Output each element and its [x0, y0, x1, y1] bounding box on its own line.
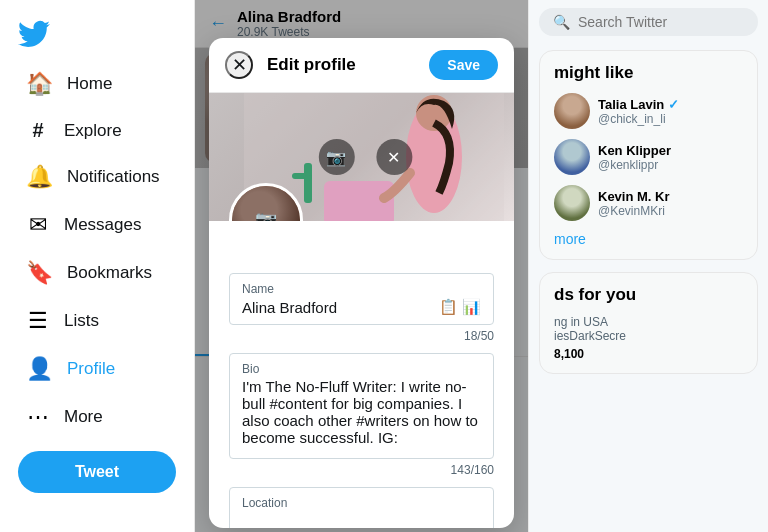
follow-suggestion-1: Talia Lavin ✓ @chick_in_li — [554, 93, 743, 129]
svg-rect-1 — [304, 163, 312, 203]
modal-header: ✕ Edit profile Save — [209, 38, 514, 93]
follow-handle-2: @kenklippr — [598, 158, 671, 172]
search-bar: 🔍 — [539, 8, 758, 36]
bell-icon: 🔔 — [26, 164, 53, 190]
bio-field-container: Bio I'm The No-Fluff Writer: I write no-… — [229, 353, 494, 459]
modal-avatar-overlay[interactable]: 📷 — [232, 186, 300, 221]
location-field-label: Location — [242, 496, 481, 510]
who-to-follow-title: might like — [554, 63, 743, 83]
ads-text: ng in USAiesDarkSecre — [554, 315, 743, 343]
sidebar-item-home[interactable]: 🏠 Home — [8, 61, 186, 107]
follow-avatar-1 — [554, 93, 590, 129]
follow-handle-1: @chick_in_li — [598, 112, 679, 126]
avatar-image-2 — [554, 139, 590, 175]
home-icon: 🏠 — [26, 71, 53, 97]
modal-save-button[interactable]: Save — [429, 50, 498, 80]
cover-camera-button[interactable]: 📷 — [318, 139, 354, 175]
modal-title: Edit profile — [267, 55, 415, 75]
sidebar-item-profile[interactable]: 👤 Profile — [8, 346, 186, 392]
ads-card: ds for you ng in USAiesDarkSecre 8,100 — [539, 272, 758, 374]
twitter-bird-icon — [18, 18, 50, 50]
search-icon: 🔍 — [553, 14, 570, 30]
sidebar-item-label: More — [64, 407, 103, 427]
modal-form: Name 📋 📊 18/50 Bio I'm The No-Fluff Writ… — [209, 221, 514, 528]
modal-cover-photo: 📷 ✕ 📷 — [209, 93, 514, 221]
name-field-icons: 📋 📊 — [439, 298, 481, 316]
person-icon: 👤 — [26, 356, 53, 382]
svg-rect-3 — [304, 175, 312, 181]
avatar-image-1 — [554, 93, 590, 129]
search-input[interactable] — [578, 14, 744, 30]
avatar-camera-icon: 📷 — [255, 209, 277, 221]
camera-icon: 📷 — [326, 148, 346, 167]
follow-name-1: Talia Lavin ✓ — [598, 97, 679, 112]
sidebar-item-label: Lists — [64, 311, 99, 331]
ads-count: 8,100 — [554, 347, 743, 361]
avatar-image-3 — [554, 185, 590, 221]
name-field-label: Name — [242, 282, 481, 296]
sidebar-item-notifications[interactable]: 🔔 Notifications — [8, 154, 186, 200]
follow-info-2: Ken Klipper @kenklippr — [598, 143, 671, 172]
cover-remove-button[interactable]: ✕ — [376, 139, 412, 175]
tweet-button[interactable]: Tweet — [18, 451, 176, 493]
sidebar-item-messages[interactable]: ✉ Messages — [8, 202, 186, 248]
name-input[interactable] — [242, 299, 435, 316]
follow-name-3: Kevin M. Kr — [598, 189, 670, 204]
mail-icon: ✉ — [26, 212, 50, 238]
ads-title: ds for you — [554, 285, 743, 305]
sidebar-item-label: Profile — [67, 359, 115, 379]
bio-field-label: Bio — [242, 362, 481, 376]
name-char-count: 18/50 — [229, 329, 494, 343]
follow-name-2: Ken Klipper — [598, 143, 671, 158]
bookmark-icon: 🔖 — [26, 260, 53, 286]
follow-info-1: Talia Lavin ✓ @chick_in_li — [598, 97, 679, 126]
copy-icon: 📋 — [439, 298, 458, 316]
follow-suggestion-3: Kevin M. Kr @KevinMKri — [554, 185, 743, 221]
explore-icon: # — [26, 119, 50, 142]
edit-profile-modal: ✕ Edit profile Save — [209, 38, 514, 528]
sidebar-item-explore[interactable]: # Explore — [8, 109, 186, 152]
more-link[interactable]: more — [554, 231, 743, 247]
bio-input[interactable]: I'm The No-Fluff Writer: I write no-bull… — [242, 378, 481, 446]
location-field-container: Location — [229, 487, 494, 528]
follow-avatar-2 — [554, 139, 590, 175]
sidebar-item-label: Explore — [64, 121, 122, 141]
list-icon: ☰ — [26, 308, 50, 334]
close-icon: ✕ — [387, 148, 400, 167]
name-display: 📋 📊 — [242, 298, 481, 316]
main-content: ← Alina Bradford 20.9K Tweets Alina — [195, 0, 528, 532]
sidebar: 🏠 Home # Explore 🔔 Notifications ✉ Messa… — [0, 0, 195, 532]
right-panel: 🔍 might like Talia Lavin ✓ @chick_in_li … — [528, 0, 768, 532]
sidebar-item-more[interactable]: ⋯ More — [8, 394, 186, 440]
sidebar-item-label: Bookmarks — [67, 263, 152, 283]
who-to-follow-card: might like Talia Lavin ✓ @chick_in_li Ke… — [539, 50, 758, 260]
sidebar-item-label: Messages — [64, 215, 141, 235]
more-icon: ⋯ — [26, 404, 50, 430]
bio-char-count: 143/160 — [229, 463, 494, 477]
follow-avatar-3 — [554, 185, 590, 221]
follow-handle-3: @KevinMKri — [598, 204, 670, 218]
modal-close-button[interactable]: ✕ — [225, 51, 253, 79]
sidebar-item-label: Notifications — [67, 167, 160, 187]
sidebar-item-label: Home — [67, 74, 112, 94]
sidebar-item-lists[interactable]: ☰ Lists — [8, 298, 186, 344]
sidebar-item-bookmarks[interactable]: 🔖 Bookmarks — [8, 250, 186, 296]
name-field-container: Name 📋 📊 — [229, 273, 494, 325]
twitter-logo — [0, 8, 194, 60]
follow-info-3: Kevin M. Kr @KevinMKri — [598, 189, 670, 218]
location-input[interactable] — [242, 512, 481, 528]
follow-suggestion-2: Ken Klipper @kenklippr — [554, 139, 743, 175]
badge-icon: 📊 — [462, 298, 481, 316]
